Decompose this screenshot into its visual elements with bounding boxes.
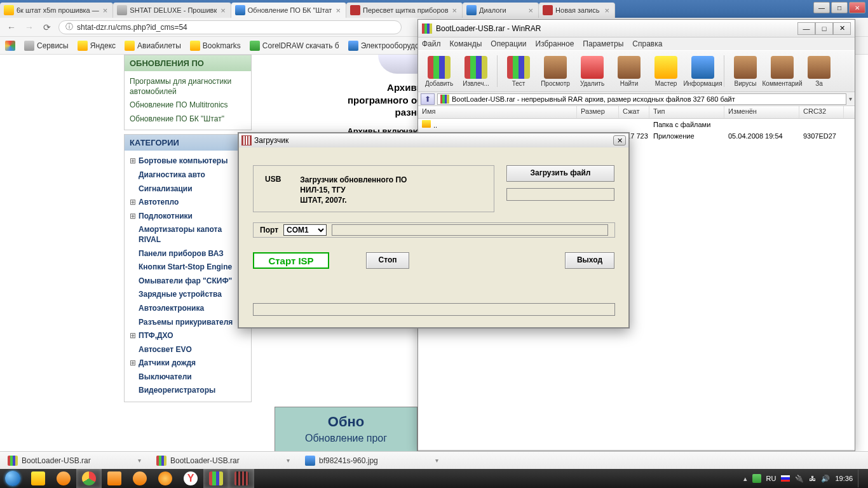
maximize-button[interactable]: □ bbox=[831, 2, 848, 13]
category-item[interactable]: Разъемы прикуривателя bbox=[130, 316, 246, 330]
url-input[interactable]: ⓘ shtat-dzr.ru/cms.php?id_cms=54 bbox=[58, 20, 402, 34]
taskbar-explorer[interactable] bbox=[25, 469, 51, 488]
column-header[interactable]: Изменён bbox=[724, 106, 799, 118]
loader-close-button[interactable]: ✕ bbox=[613, 135, 626, 146]
bookmark-item[interactable]: Авиабилеты bbox=[125, 41, 181, 51]
tab-close-icon[interactable]: × bbox=[451, 6, 459, 15]
column-header[interactable]: Имя bbox=[418, 106, 577, 118]
category-item[interactable]: Сигнализации bbox=[130, 182, 246, 196]
winrar-menu-item[interactable]: Справка bbox=[632, 39, 662, 48]
winrar-tool-тест[interactable]: Тест bbox=[500, 56, 537, 87]
browser-tab[interactable]: Обновление ПО БК "Штат× bbox=[231, 3, 346, 18]
column-header[interactable]: Тип bbox=[649, 106, 724, 118]
category-item[interactable]: Датчики дождя bbox=[130, 356, 246, 370]
category-item[interactable]: Автоэлектроника bbox=[130, 302, 246, 316]
minimize-button[interactable]: — bbox=[813, 2, 830, 13]
category-item[interactable]: Зарядные устройства bbox=[130, 288, 246, 302]
winrar-titlebar[interactable]: BootLoader-USB.rar - WinRAR — □ ✕ bbox=[418, 20, 855, 37]
winrar-tool-информация[interactable]: Информация bbox=[684, 56, 721, 87]
tab-close-icon[interactable]: × bbox=[219, 6, 227, 15]
category-item[interactable]: Кнопки Start-Stop Engine bbox=[130, 261, 246, 274]
winrar-path-input[interactable]: BootLoader-USB.rar - непрерывный RAR арх… bbox=[437, 93, 846, 105]
browser-tab[interactable]: Диалоги× bbox=[463, 3, 539, 18]
port-select[interactable]: COM1 bbox=[283, 224, 327, 236]
winrar-tool-просмотр[interactable]: Просмотр bbox=[537, 56, 574, 87]
start-isp-button[interactable]: Старт ISP bbox=[253, 252, 329, 269]
site-info-icon[interactable]: ⓘ bbox=[65, 22, 73, 32]
column-header[interactable]: Размер bbox=[577, 106, 619, 118]
start-button[interactable] bbox=[0, 469, 25, 488]
winrar-menu-item[interactable]: Избранное bbox=[536, 39, 574, 48]
winrar-menu-item[interactable]: Команды bbox=[450, 39, 482, 48]
load-file-button[interactable]: Загрузить файл bbox=[506, 165, 614, 182]
close-button[interactable]: ✕ bbox=[849, 2, 865, 13]
explorer-file-item[interactable]: bf98241s-960.jpg▾ bbox=[305, 456, 438, 466]
explorer-file-item[interactable]: BootLoader-USB.rar▾ bbox=[8, 456, 141, 466]
winrar-minimize-button[interactable]: — bbox=[797, 22, 815, 35]
back-button[interactable]: ← bbox=[5, 21, 18, 34]
winrar-up-button[interactable]: ⬆ bbox=[421, 93, 435, 105]
taskbar-yandex[interactable]: Y bbox=[178, 469, 203, 488]
category-item[interactable]: Выключатели bbox=[130, 370, 246, 384]
taskbar-media[interactable] bbox=[102, 469, 127, 488]
tray-flag-icon[interactable] bbox=[781, 475, 790, 482]
winrar-menu-item[interactable]: Файл bbox=[422, 39, 441, 48]
apps-button[interactable] bbox=[5, 41, 15, 51]
taskbar-firefox[interactable] bbox=[51, 469, 76, 488]
forward-button[interactable]: → bbox=[23, 21, 36, 34]
taskbar-loader[interactable] bbox=[229, 469, 254, 488]
winrar-tool-добавить[interactable]: Добавить bbox=[421, 56, 458, 87]
tab-close-icon[interactable]: × bbox=[102, 6, 109, 15]
winrar-tool-удалить[interactable]: Удалить bbox=[574, 56, 611, 87]
sidebar-update-link[interactable]: Обновление ПО Multitronics bbox=[130, 98, 246, 112]
tab-close-icon[interactable]: × bbox=[604, 6, 611, 15]
winrar-tool-мастер[interactable]: Мастер bbox=[648, 56, 684, 87]
sidebar-update-link[interactable]: Обновление ПО БК "Штат" bbox=[130, 112, 246, 126]
chevron-down-icon[interactable]: ▾ bbox=[435, 457, 438, 464]
winrar-tool-комментарий[interactable]: Комментарий bbox=[764, 56, 801, 87]
category-item[interactable]: Панели приборов ВАЗ bbox=[130, 247, 246, 261]
bookmark-item[interactable]: Bookmarks bbox=[190, 41, 241, 51]
exit-button[interactable]: Выход bbox=[565, 252, 614, 269]
explorer-file-item[interactable]: BootLoader-USB.rar▾ bbox=[156, 456, 290, 466]
column-header[interactable]: Сжат bbox=[619, 106, 649, 118]
chevron-down-icon[interactable]: ▾ bbox=[287, 457, 290, 464]
chevron-down-icon[interactable]: ▾ bbox=[138, 457, 141, 464]
winrar-tool-за[interactable]: За bbox=[801, 56, 837, 87]
category-item[interactable]: Омыватели фар "СКИФ" bbox=[130, 274, 246, 288]
tray-shield-icon[interactable] bbox=[752, 474, 761, 483]
taskbar-uc[interactable] bbox=[127, 469, 153, 488]
category-item[interactable]: Амортизаторы капота RIVAL bbox=[130, 223, 246, 247]
winrar-menu-item[interactable]: Операции bbox=[491, 39, 526, 48]
browser-tab[interactable]: 6к штат x5m прошивка —× bbox=[0, 3, 113, 18]
category-item[interactable]: Автотепло bbox=[130, 196, 246, 210]
winrar-tool-найти[interactable]: Найти bbox=[611, 56, 648, 87]
file-row[interactable]: ..Папка с файлами bbox=[418, 119, 855, 130]
category-item[interactable]: Подлокотники bbox=[130, 210, 246, 224]
dropdown-icon[interactable]: ▾ bbox=[849, 95, 852, 102]
winrar-tool-извлеч...[interactable]: Извлеч... bbox=[458, 56, 494, 87]
tray-lang[interactable]: RU bbox=[766, 475, 776, 482]
tab-close-icon[interactable]: × bbox=[527, 6, 535, 15]
browser-tab[interactable]: Новая запись× bbox=[539, 3, 615, 18]
tray-power-icon[interactable]: 🔌 bbox=[795, 475, 804, 483]
browser-tab[interactable]: SHTAT DELUXE - Прошивк× bbox=[113, 3, 231, 18]
tab-close-icon[interactable]: × bbox=[334, 6, 342, 15]
winrar-menu-item[interactable]: Параметры bbox=[583, 39, 623, 48]
winrar-close-button[interactable]: ✕ bbox=[833, 22, 851, 35]
tray-time[interactable]: 19:36 bbox=[835, 475, 853, 482]
taskbar-chrome[interactable] bbox=[76, 469, 102, 488]
browser-tab[interactable]: Пересвет щитка приборов× bbox=[346, 3, 463, 18]
bookmark-item[interactable]: Яндекс bbox=[78, 41, 116, 51]
reload-button[interactable]: ⟳ bbox=[41, 21, 53, 34]
category-item[interactable]: Видеорегистраторы bbox=[130, 384, 246, 398]
category-item[interactable]: Диагностика авто bbox=[130, 168, 246, 182]
stop-button[interactable]: Стоп bbox=[366, 252, 409, 269]
bookmark-item[interactable]: Сервисы bbox=[24, 41, 69, 51]
show-desktop-button[interactable] bbox=[858, 470, 863, 487]
column-header[interactable]: CRC32 bbox=[799, 106, 844, 118]
taskbar-winrar[interactable] bbox=[203, 469, 229, 488]
tray-volume-icon[interactable]: 🔊 bbox=[821, 475, 830, 483]
winrar-maximize-button[interactable]: □ bbox=[815, 22, 833, 35]
category-item[interactable]: ПТФ,ДХО bbox=[130, 329, 246, 343]
